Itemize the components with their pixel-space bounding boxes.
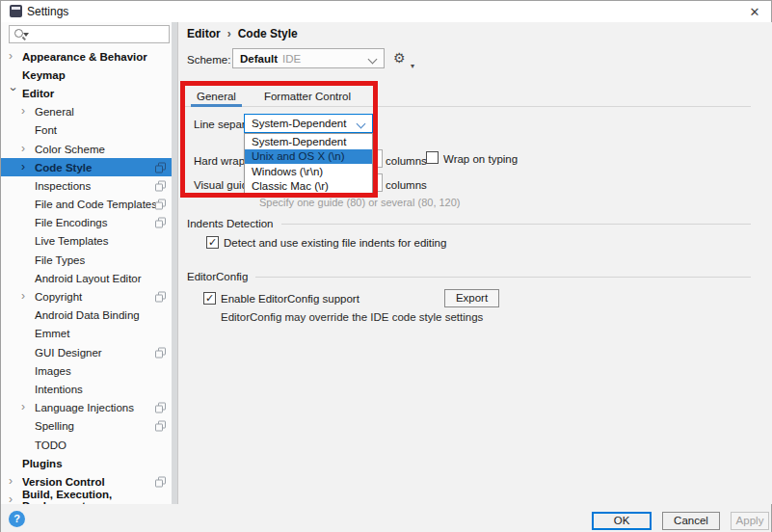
sidebar-item[interactable]: Emmet [1, 325, 173, 343]
main-panel: Editor›Code Style Scheme: Default IDE ⚙ … [179, 22, 772, 504]
indents-detection-title: Indents Detection [187, 218, 274, 229]
search-history-caret-icon[interactable] [23, 33, 29, 37]
breadcrumb: Editor›Code Style [187, 27, 298, 40]
indents-detection-header: Indents Detection [187, 218, 751, 229]
sidebar-item-label: Inspections [35, 180, 91, 192]
breadcrumb-separator-icon: › [227, 27, 231, 40]
wrap-on-typing-label[interactable]: Wrap on typing [443, 153, 518, 165]
tree-chevron-icon[interactable]: › [9, 50, 18, 62]
cancel-button[interactable]: Cancel [662, 512, 720, 530]
sidebar-item-label: File and Code Templates [35, 199, 157, 210]
tab[interactable]: Formatter Control [252, 86, 363, 106]
line-separator-value: System-Dependent [252, 118, 346, 129]
sidebar-item-label: Code Style [35, 162, 92, 173]
sidebar-item[interactable]: TODO [1, 436, 173, 454]
sidebar-item[interactable]: Plugins [1, 454, 173, 472]
search-input[interactable] [32, 27, 169, 41]
sidebar-item[interactable]: › General [1, 103, 173, 121]
window-title: Settings [27, 5, 68, 18]
sidebar-item[interactable]: › Copyright [1, 287, 173, 306]
sidebar-item-label: Color Scheme [35, 144, 105, 155]
ok-button[interactable]: OK [592, 512, 652, 530]
sidebar-item-label: GUI Designer [35, 347, 102, 359]
sidebar-item-label: File Types [35, 254, 85, 266]
tree-chevron-icon[interactable]: › [21, 401, 31, 412]
gear-icon: ⚙ [393, 50, 406, 66]
sidebar-item[interactable]: Images [1, 361, 173, 380]
sidebar-item-label: Version Control [22, 476, 105, 488]
visual-guides-hint: Specify one guide (80) or several (80, 1… [259, 197, 461, 208]
export-button[interactable]: Export [444, 289, 499, 307]
sidebar-item[interactable]: › Editor [1, 84, 173, 102]
sidebar-item-label: TODO [35, 439, 67, 451]
enable-editorconfig-checkbox[interactable] [203, 292, 216, 305]
sidebar-item[interactable]: Font [1, 121, 173, 140]
shared-settings-badge-icon [155, 476, 166, 487]
enable-editorconfig-label[interactable]: Enable EditorConfig support [221, 293, 359, 305]
sidebar-item[interactable]: Inspections [1, 176, 173, 195]
sidebar-item-label: Images [35, 365, 71, 377]
sidebar-item[interactable]: › Color Scheme [1, 140, 173, 158]
tree-chevron-icon[interactable]: › [21, 161, 31, 173]
editorconfig-title: EditorConfig [187, 271, 248, 282]
sidebar-item[interactable]: › Code Style [1, 158, 173, 176]
dropdown-option[interactable]: Unix and OS X (\n) [245, 149, 372, 165]
help-icon[interactable]: ? [9, 511, 25, 527]
sidebar-item[interactable]: Android Data Binding [1, 306, 173, 325]
dropdown-option-label: System-Dependent [252, 136, 346, 147]
tab[interactable]: General [184, 86, 249, 106]
chevron-down-icon [357, 120, 366, 129]
detect-indents-checkbox[interactable] [206, 236, 219, 249]
sidebar-item[interactable]: Live Templates [1, 232, 173, 251]
sidebar-item[interactable]: Android Layout Editor [1, 269, 173, 287]
breadcrumb-section[interactable]: Editor [187, 27, 221, 40]
line-separator-dropdown[interactable]: System-Dependent [244, 114, 373, 133]
settings-dialog: Settings ✕ › Appearance & Behavior Keyma… [0, 0, 772, 532]
sidebar-item[interactable]: File Encodings [1, 214, 173, 232]
tree-chevron-icon[interactable]: › [9, 475, 18, 487]
detect-indents-label[interactable]: Detect and use existing file indents for… [224, 237, 446, 249]
tree-chevron-icon[interactable]: › [21, 143, 31, 154]
sidebar-item[interactable]: › Appearance & Behavior [1, 47, 173, 66]
sidebar-item[interactable]: GUI Designer [1, 343, 173, 361]
close-icon[interactable]: ✕ [744, 4, 765, 20]
gear-caret-icon: ▾ [411, 62, 414, 70]
sidebar-item-label: Language Injections [35, 402, 134, 413]
shared-settings-badge-icon [155, 292, 166, 303]
scheme-value-suffix: IDE [282, 53, 301, 65]
shared-settings-badge-icon [155, 218, 166, 228]
sidebar-item[interactable]: File and Code Templates [1, 196, 173, 214]
sidebar-item[interactable]: Spelling [1, 417, 173, 436]
dropdown-option[interactable]: Classic Mac (\r) [245, 179, 372, 195]
apply-button: Apply [731, 512, 769, 530]
scheme-label: Scheme: [187, 54, 230, 66]
tree-chevron-icon[interactable]: › [21, 290, 31, 302]
tree-chevron-icon[interactable]: › [8, 88, 19, 97]
chevron-down-icon [368, 55, 378, 65]
editorconfig-header: EditorConfig [187, 271, 751, 282]
sidebar-item-label: Copyright [35, 291, 82, 303]
dropdown-option-label: Windows (\r\n) [252, 166, 323, 177]
dropdown-option-label: Unix and OS X (\n) [252, 150, 345, 162]
sidebar-item-label: Plugins [22, 458, 63, 469]
sidebar-item[interactable]: Keymap [1, 66, 173, 84]
sidebar-item[interactable]: File Types [1, 251, 173, 269]
sidebar-item-label: Font [35, 124, 57, 136]
settings-window-icon [10, 5, 22, 17]
scheme-actions-button[interactable]: ⚙ ▾ [393, 49, 413, 68]
dropdown-option[interactable]: Windows (\r\n) [245, 164, 372, 179]
sidebar-item[interactable]: › Language Injections [1, 399, 173, 417]
shared-settings-badge-icon [155, 162, 166, 173]
search-box[interactable] [9, 25, 170, 43]
sidebar-item[interactable]: Intentions [1, 380, 173, 398]
tab-label: Formatter Control [264, 91, 351, 102]
shared-settings-badge-icon [155, 180, 166, 191]
dropdown-option[interactable]: System-Dependent [245, 134, 372, 149]
wrap-on-typing-checkbox[interactable] [426, 151, 439, 164]
scheme-dropdown[interactable]: Default IDE [232, 48, 385, 68]
sidebar-item-label: Android Layout Editor [35, 273, 142, 284]
sidebar-item-label: Emmet [35, 328, 69, 339]
tree-chevron-icon[interactable]: › [21, 105, 31, 117]
sidebar-item-label: File Encodings [35, 217, 107, 228]
footer-bar: ? OK Cancel Apply [1, 504, 771, 532]
